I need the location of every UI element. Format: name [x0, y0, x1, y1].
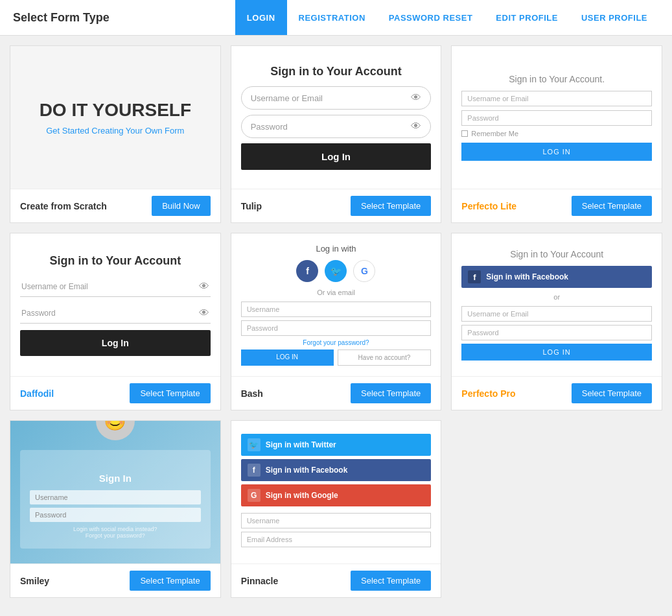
build-now-button[interactable]: Build Now [152, 196, 211, 216]
select-template-perfecto-pro[interactable]: Select Template [572, 383, 652, 403]
card-perfecto-pro: Sign in to Your Account f Sign in with F… [451, 233, 662, 410]
google-icon: G [353, 260, 375, 282]
daffodil-eye-icon: 👁 [199, 281, 209, 292]
card-diy-preview: DO IT YOURSELF Get Started Creating Your… [10, 46, 220, 189]
smiley-password: Password [30, 508, 201, 522]
pinnacle-email: Email Address [241, 532, 432, 547]
card-bash-preview: Log in with f 🐦 G Or via email Username … [231, 233, 441, 376]
remember-checkbox [461, 130, 468, 137]
tab-edit-profile[interactable]: EDIT PROFILE [484, 0, 570, 35]
daffodil-password: Password 👁 [20, 303, 211, 324]
card-tulip-footer: Tulip Select Template [231, 189, 441, 222]
perfecto-lite-username: Username or Email [461, 91, 652, 106]
perfecto-pro-fb-btn: f Sign in with Facebook [461, 266, 652, 288]
card-perfecto-lite-preview: Sign in to Your Account. Username or Ema… [452, 46, 662, 189]
select-template-perfecto-lite[interactable]: Select Template [572, 196, 652, 216]
perfecto-pro-or: or [461, 293, 652, 301]
pinnacle-twitter-btn: 🐦 Sign in with Twitter [241, 434, 432, 456]
pinnacle-facebook-btn: f Sign in with Facebook [241, 459, 432, 481]
perfecto-lite-remember: Remember Me [461, 130, 652, 137]
card-perfecto-pro-footer: Perfecto Pro Select Template [452, 376, 662, 410]
perfecto-lite-title: Sign in to Your Account. [461, 74, 652, 84]
card-daffodil: Sign in to Your Account Username or Emai… [10, 233, 221, 410]
card-smiley-footer: Smiley Select Template [10, 563, 220, 597]
select-template-bash[interactable]: Select Template [351, 383, 431, 403]
bash-password: Password [241, 320, 432, 336]
bash-login-btn: LOG IN [241, 349, 334, 366]
card-pinnacle-preview: 🐦 Sign in with Twitter f Sign in with Fa… [231, 421, 441, 563]
tab-password-reset[interactable]: PASSWORD RESET [377, 0, 485, 35]
perfecto-pro-password: Password [461, 325, 652, 340]
fb-icon: f [468, 270, 481, 283]
card-perfecto-lite-footer: Perfecto Lite Select Template [452, 189, 662, 222]
tulip-form-title: Sign in to Your Account [241, 65, 432, 78]
tulip-form: Sign in to Your Account Username or Emai… [241, 65, 432, 170]
pinnacle-google-btn: G Sign in with Google [241, 484, 432, 506]
card-bash-footer: Bash Select Template [231, 376, 441, 410]
card-diy: DO IT YOURSELF Get Started Creating Your… [10, 45, 221, 223]
tab-login[interactable]: LOGIN [235, 0, 287, 35]
tulip-password-input: Password 👁 [241, 115, 432, 138]
tab-registration[interactable]: REGISTRATION [287, 0, 377, 35]
bash-social-icons: f 🐦 G [241, 260, 432, 282]
tulip-login-btn: Log In [241, 143, 432, 170]
select-template-pinnacle[interactable]: Select Template [351, 571, 431, 591]
card-perfecto-pro-preview: Sign in to Your Account f Sign in with F… [452, 233, 662, 376]
smiley-links: Login with social media instead? Forgot … [30, 526, 201, 539]
cards-grid: DO IT YOURSELF Get Started Creating Your… [0, 36, 672, 608]
perfecto-pro-title: Sign in to Your Account [461, 249, 652, 259]
card-diy-footer: Create from Scratch Build Now [10, 189, 220, 222]
perfecto-pro-login-btn: LOG IN [461, 344, 652, 361]
card-diy-name: Create from Scratch [20, 201, 107, 211]
facebook-social-icon: f [248, 464, 261, 477]
select-template-daffodil[interactable]: Select Template [130, 383, 210, 403]
card-bash: Log in with f 🐦 G Or via email Username … [231, 233, 442, 410]
smiley-title: Sign In [30, 473, 201, 484]
tab-user-profile[interactable]: USER PROFILE [570, 0, 659, 35]
perfecto-pro-form: Sign in to Your Account f Sign in with F… [461, 249, 652, 361]
daffodil-form: Sign in to Your Account Username or Emai… [20, 254, 211, 356]
bash-forgot-link: Forgot your password? [241, 339, 432, 346]
select-template-smiley[interactable]: Select Template [130, 571, 210, 591]
card-smiley-preview: 😊 Sign In Username Password Login with s… [10, 421, 220, 563]
card-smiley: 😊 Sign In Username Password Login with s… [10, 420, 221, 598]
pinnacle-form: 🐦 Sign in with Twitter f Sign in with Fa… [241, 434, 432, 551]
card-perfecto-pro-name: Perfecto Pro [461, 388, 515, 399]
select-template-tulip[interactable]: Select Template [351, 196, 431, 216]
bash-form: Log in with f 🐦 G Or via email Username … [241, 244, 432, 366]
diy-title: DO IT YOURSELF [40, 99, 191, 121]
perfecto-lite-login-btn: LOG IN [461, 143, 652, 161]
smiley-username: Username [30, 490, 201, 504]
twitter-icon: 🐦 [325, 260, 347, 282]
bash-username: Username [241, 302, 432, 317]
bash-title: Log in with [241, 244, 432, 254]
card-pinnacle-footer: Pinnacle Select Template [231, 563, 441, 597]
eye-icon: 👁 [411, 92, 421, 104]
smiley-form: 😊 Sign In Username Password Login with s… [10, 421, 220, 563]
daffodil-username: Username or Email 👁 [20, 277, 211, 297]
card-bash-name: Bash [241, 388, 263, 399]
daffodil-title: Sign in to Your Account [20, 254, 211, 268]
pinnacle-username: Username [241, 513, 432, 528]
diy-subtitle: Get Started Creating Your Own Form [46, 126, 184, 136]
card-daffodil-footer: Daffodil Select Template [10, 376, 220, 410]
card-pinnacle-name: Pinnacle [241, 576, 279, 586]
page-title: Select Form Type [13, 11, 110, 25]
bash-register-btn: Have no account? [338, 349, 432, 366]
smiley-inner: Sign In Username Password Login with soc… [20, 450, 211, 549]
nav-tabs: LOGIN REGISTRATION PASSWORD RESET EDIT P… [235, 0, 659, 35]
card-smiley-name: Smiley [20, 576, 49, 586]
perfecto-lite-form: Sign in to Your Account. Username or Ema… [461, 74, 652, 161]
card-tulip-preview: Sign in to Your Account Username or Emai… [231, 46, 441, 189]
card-tulip: Sign in to Your Account Username or Emai… [231, 45, 442, 223]
card-daffodil-name: Daffodil [20, 388, 54, 399]
daffodil-login-btn: Log In [20, 330, 211, 356]
card-daffodil-preview: Sign in to Your Account Username or Emai… [10, 233, 220, 376]
daffodil-eye-icon-pw: 👁 [199, 307, 209, 319]
twitter-social-icon: 🐦 [248, 438, 261, 451]
bash-or-label: Or via email [241, 289, 432, 296]
facebook-icon: f [296, 260, 318, 282]
header: Select Form Type LOGIN REGISTRATION PASS… [0, 0, 672, 36]
card-tulip-name: Tulip [241, 201, 262, 211]
google-social-icon: G [248, 489, 261, 502]
